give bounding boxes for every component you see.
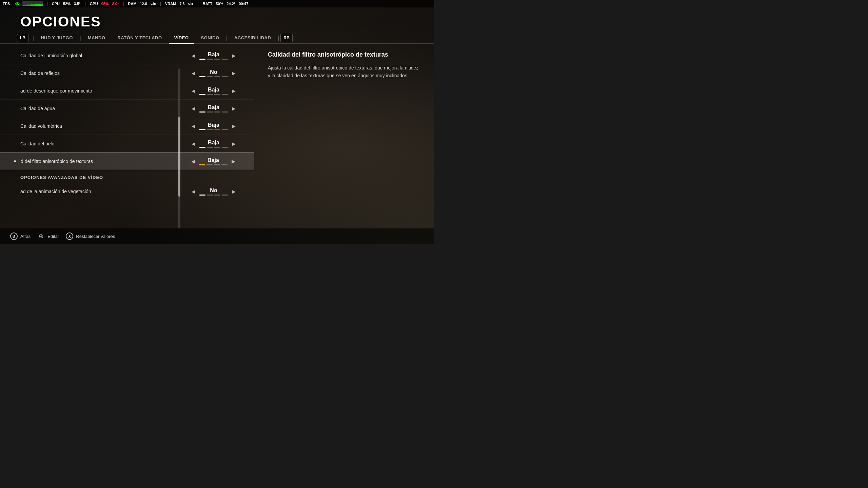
- setting-value-container-desenfoque: Baja: [199, 87, 228, 95]
- arrow-left-iluminacion[interactable]: ◀: [190, 52, 197, 60]
- setting-name-volumetrica: Calidad volumétrica: [20, 123, 180, 129]
- setting-row-vegetacion[interactable]: ad de la animación de vegetación ◀ No ▶: [0, 183, 254, 200]
- setting-control-reflejos: ◀ No ▶: [180, 69, 248, 77]
- setting-value-container-iluminacion: Baja: [199, 52, 228, 60]
- arrow-right-pelo[interactable]: ▶: [231, 140, 237, 148]
- tab-hud-y-juego[interactable]: HUD Y JUEGO: [35, 33, 78, 44]
- setting-control-desenfoque: ◀ Baja ▶: [180, 87, 248, 95]
- setting-row-anisotropico[interactable]: • d del filtro anisotrópico de texturas …: [0, 152, 254, 170]
- main-content: OPCIONES LB | HUD Y JUEGO | MANDO RATÓN …: [0, 7, 434, 244]
- arrow-left-agua[interactable]: ◀: [190, 104, 197, 113]
- arrow-left-desenfoque[interactable]: ◀: [190, 87, 197, 95]
- setting-row-agua[interactable]: Calidad de agua ◀ Baja ▶: [0, 100, 254, 117]
- arrow-left-pelo[interactable]: ◀: [190, 140, 197, 148]
- batt-time: 00:47: [239, 2, 248, 6]
- hud-bar: FPS 48 | CPU 52% 3.5° | GPU 95% 8.0° | R…: [0, 0, 434, 7]
- setting-control-vegetacion: ◀ No ▶: [180, 187, 248, 196]
- description-panel: Calidad del filtro anisotrópico de textu…: [254, 44, 434, 244]
- arrow-left-reflejos[interactable]: ◀: [190, 69, 197, 77]
- vram-unit: GiB: [188, 2, 194, 5]
- setting-row-iluminacion[interactable]: Calidad de iluminación global ◀ Baja ▶: [0, 47, 254, 64]
- setting-value-container-agua: Baja: [199, 104, 228, 113]
- batt-value: 50%: [216, 2, 223, 6]
- cpu-temp: 3.5°: [74, 2, 81, 6]
- setting-name-vegetacion: ad de la animación de vegetación: [20, 189, 180, 194]
- setting-indicator-iluminacion: [199, 59, 228, 60]
- tab-mando[interactable]: MANDO: [82, 33, 111, 44]
- ram-value: 12.6: [140, 2, 147, 6]
- setting-name-iluminacion: Calidad de iluminación global: [20, 53, 180, 58]
- arrow-right-iluminacion[interactable]: ▶: [231, 52, 237, 60]
- setting-value-reflejos: No: [210, 69, 217, 75]
- setting-name-agua: Calidad de agua: [20, 106, 180, 111]
- setting-value-container-vegetacion: No: [199, 187, 228, 196]
- setting-control-pelo: ◀ Baja ▶: [180, 140, 248, 148]
- setting-indicator-desenfoque: [199, 94, 228, 95]
- cpu-label: CPU: [52, 2, 60, 6]
- selected-bullet: •: [14, 158, 16, 165]
- tab-raton-y-teclado[interactable]: RATÓN Y TECLADO: [112, 33, 167, 44]
- arrow-right-anisotropico[interactable]: ▶: [230, 157, 237, 165]
- setting-row-volumetrica[interactable]: Calidad volumétrica ◀ Baja ▶: [0, 117, 254, 135]
- setting-value-anisotropico: Baja: [208, 157, 219, 163]
- setting-row-reflejos[interactable]: Calidad de reflejos ◀ No ▶: [0, 64, 254, 82]
- gpu-value: 95%: [101, 2, 109, 6]
- arrow-right-vegetacion[interactable]: ▶: [231, 187, 237, 196]
- action-edit-label: Editar: [47, 234, 59, 239]
- setting-value-container-anisotropico: Baja: [199, 157, 228, 165]
- setting-control-anisotropico: ◀ Baja ▶: [179, 157, 247, 165]
- fps-value: 48: [15, 2, 19, 6]
- action-reset[interactable]: X Restablecer valores: [66, 232, 115, 240]
- gpu-label: GPU: [90, 2, 98, 6]
- scroll-thumb: [178, 117, 180, 197]
- settings-layout: Calidad de iluminación global ◀ Baja ▶: [0, 44, 434, 244]
- description-body: Ajusta la calidad del filtro anisotrópic…: [268, 64, 420, 79]
- setting-value-agua: Baja: [208, 104, 219, 110]
- setting-name-anisotropico: d del filtro anisotrópico de texturas: [21, 159, 179, 164]
- setting-value-iluminacion: Baja: [208, 52, 219, 58]
- setting-indicator-agua: [199, 111, 228, 113]
- tab-nav-left-button[interactable]: LB: [17, 34, 28, 42]
- fps-label: FPS: [3, 2, 10, 6]
- batt-temp: 24.2°: [226, 2, 235, 6]
- setting-indicator-pelo: [199, 147, 228, 148]
- setting-name-reflejos: Calidad de reflejos: [20, 70, 180, 76]
- action-back[interactable]: B Atrás: [10, 232, 31, 240]
- arrow-left-anisotropico[interactable]: ◀: [190, 157, 196, 165]
- batt-label: BATT: [203, 2, 213, 6]
- description-title: Calidad del filtro anisotrópico de textu…: [268, 51, 420, 59]
- fps-graph: [22, 1, 43, 6]
- setting-row-pelo[interactable]: Calidad del pelo ◀ Baja ▶: [0, 135, 254, 152]
- tab-video[interactable]: VÍDEO: [169, 33, 194, 44]
- arrow-right-agua[interactable]: ▶: [231, 104, 237, 113]
- settings-list: Calidad de iluminación global ◀ Baja ▶: [0, 44, 254, 244]
- ram-label: RAM: [128, 2, 136, 6]
- setting-indicator-anisotropico: [199, 164, 228, 165]
- arrow-left-volumetrica[interactable]: ◀: [190, 122, 197, 130]
- setting-indicator-vegetacion: [199, 195, 228, 196]
- dpad-icon: ⊕: [37, 232, 45, 240]
- setting-name-pelo: Calidad del pelo: [20, 141, 180, 146]
- vram-value: 7.3: [179, 2, 184, 6]
- arrow-left-vegetacion[interactable]: ◀: [190, 187, 197, 196]
- arrow-right-desenfoque[interactable]: ▶: [231, 87, 237, 95]
- tab-accesibilidad[interactable]: ACCESIBILIDAD: [229, 33, 276, 44]
- tab-nav-right-button[interactable]: RB: [280, 34, 292, 42]
- setting-value-container-pelo: Baja: [199, 140, 228, 148]
- action-reset-label: Restablecer valores: [76, 234, 115, 239]
- page-title: OPCIONES: [0, 7, 434, 33]
- bottom-bar: B Atrás ⊕ Editar X Restablecer valores: [0, 228, 434, 244]
- gpu-temp: 8.0°: [112, 2, 119, 6]
- setting-indicator-volumetrica: [199, 129, 228, 130]
- arrow-right-volumetrica[interactable]: ▶: [231, 122, 237, 130]
- setting-control-volumetrica: ◀ Baja ▶: [180, 122, 248, 130]
- scroll-indicator: [178, 68, 180, 228]
- x-button: X: [66, 232, 73, 240]
- arrow-right-reflejos[interactable]: ▶: [231, 69, 237, 77]
- tab-sonido[interactable]: SONIDO: [196, 33, 225, 44]
- setting-row-desenfoque[interactable]: ad de desenfoque por movimiento ◀ Baja ▶: [0, 82, 254, 100]
- setting-value-volumetrica: Baja: [208, 122, 219, 128]
- setting-value-vegetacion: No: [210, 187, 217, 194]
- action-edit[interactable]: ⊕ Editar: [37, 232, 59, 240]
- tab-navigation: LB | HUD Y JUEGO | MANDO RATÓN Y TECLADO…: [0, 33, 434, 44]
